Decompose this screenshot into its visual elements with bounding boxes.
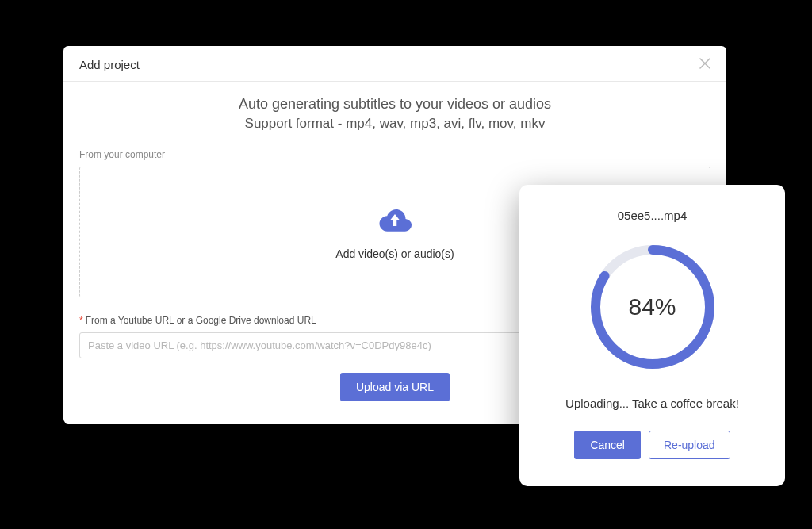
from-computer-label: From your computer	[79, 149, 710, 160]
required-asterisk: *	[79, 315, 83, 326]
upload-status-text: Uploading... Take a coffee break!	[565, 397, 739, 410]
close-icon[interactable]	[699, 57, 710, 71]
cancel-button[interactable]: Cancel	[574, 431, 641, 459]
upload-filename: 05ee5....mp4	[618, 209, 688, 222]
reupload-button[interactable]: Re-upload	[649, 431, 730, 459]
progress-ring: 84%	[585, 240, 720, 374]
url-label-text: From a Youtube URL or a Google Drive dow…	[86, 315, 316, 326]
cloud-upload-icon	[376, 205, 414, 247]
upload-progress-card: 05ee5....mp4 84% Uploading... Take a cof…	[519, 185, 785, 486]
upload-via-url-button[interactable]: Upload via URL	[340, 373, 450, 401]
progress-buttons: Cancel Re-upload	[574, 431, 730, 459]
subhead: Support format - mp4, wav, mp3, avi, flv…	[79, 116, 710, 132]
modal-title: Add project	[79, 58, 140, 71]
progress-percent-label: 84%	[585, 240, 720, 374]
modal-header: Add project	[63, 46, 726, 82]
dropzone-text: Add video(s) or audio(s)	[335, 247, 454, 260]
headline: Auto generating subtitles to your videos…	[79, 96, 710, 113]
